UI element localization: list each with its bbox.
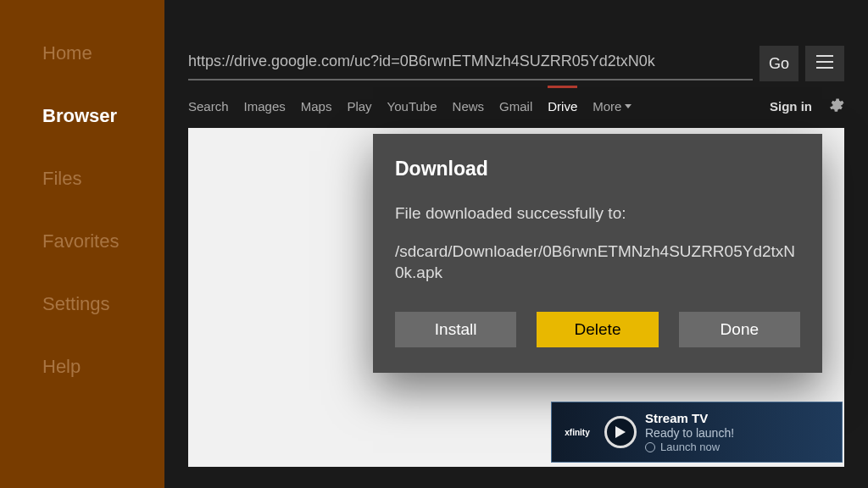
sidebar-item-browser[interactable]: Browser (42, 105, 164, 127)
toast-subtitle: Ready to launch! (645, 426, 833, 440)
sidebar-item-home[interactable]: Home (42, 42, 164, 64)
dialog-file-path: /sdcard/Downloader/0B6rwnETMNzh4SUZRR05Y… (395, 241, 800, 283)
brand-logo-text: xfinity (565, 428, 589, 437)
done-button[interactable]: Done (679, 312, 800, 347)
main-area: Go Search Images Maps Play YouTube News … (164, 0, 868, 488)
download-dialog: Download File downloaded successfully to… (373, 134, 822, 373)
select-icon (645, 442, 655, 452)
sidebar-item-files[interactable]: Files (42, 168, 164, 190)
toast-title: Stream TV (645, 411, 833, 425)
sidebar: Home Browser Files Favorites Settings He… (0, 0, 164, 488)
toast-action-label: Launch now (660, 441, 720, 453)
toast-brand: xfinity (559, 428, 596, 437)
app-root: Home Browser Files Favorites Settings He… (0, 0, 868, 488)
toast-action[interactable]: Launch now (645, 441, 833, 453)
sidebar-item-favorites[interactable]: Favorites (42, 230, 164, 252)
sidebar-item-help[interactable]: Help (42, 356, 164, 378)
toast-body: Stream TV Ready to launch! Launch now (645, 411, 833, 453)
install-button[interactable]: Install (395, 312, 516, 347)
delete-button[interactable]: Delete (537, 312, 658, 347)
launch-toast[interactable]: xfinity Stream TV Ready to launch! Launc… (551, 402, 843, 463)
dialog-actions: Install Delete Done (395, 312, 800, 347)
dialog-message: File downloaded successfully to: (395, 204, 800, 223)
dialog-title: Download (395, 158, 800, 180)
sidebar-item-settings[interactable]: Settings (42, 293, 164, 315)
play-icon[interactable] (604, 416, 637, 448)
